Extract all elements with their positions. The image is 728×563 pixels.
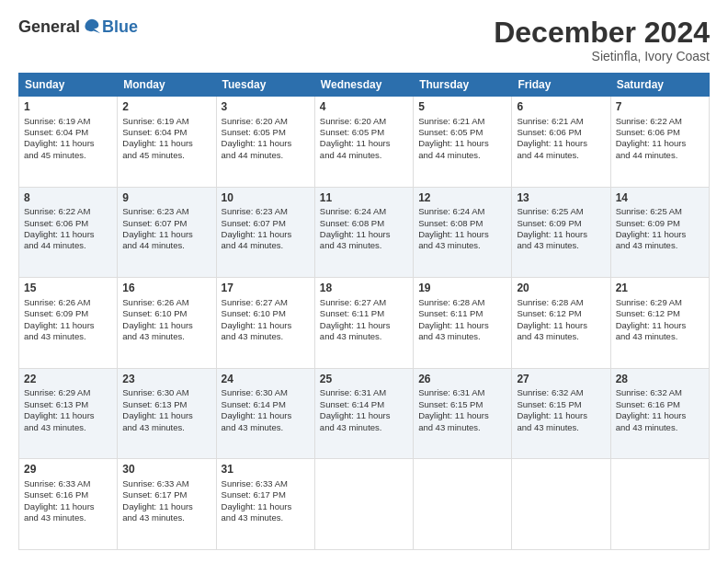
- calendar-cell: 2Sunrise: 6:19 AMSunset: 6:04 PMDaylight…: [118, 97, 216, 188]
- day-number: 31: [222, 463, 310, 477]
- day-info-line: and 43 minutes.: [418, 331, 506, 342]
- day-info-line: Sunrise: 6:24 AM: [320, 206, 408, 217]
- day-info-line: Daylight: 11 hours: [517, 320, 605, 331]
- day-info-line: Daylight: 11 hours: [517, 410, 605, 421]
- day-info-line: Sunrise: 6:23 AM: [222, 206, 310, 217]
- calendar-cell: 21Sunrise: 6:29 AMSunset: 6:12 PMDayligh…: [610, 278, 709, 369]
- day-info-line: Daylight: 11 hours: [418, 138, 506, 149]
- day-info-line: Sunset: 6:09 PM: [616, 218, 704, 229]
- calendar-cell: 22Sunrise: 6:29 AMSunset: 6:13 PMDayligh…: [19, 368, 118, 459]
- day-info-line: Daylight: 11 hours: [517, 229, 605, 240]
- day-info-line: Sunrise: 6:21 AM: [418, 116, 506, 127]
- day-info-line: Sunrise: 6:29 AM: [616, 297, 704, 308]
- day-info-line: Sunset: 6:16 PM: [616, 399, 704, 410]
- day-info-line: Daylight: 11 hours: [320, 320, 408, 331]
- day-number: 19: [418, 282, 506, 296]
- day-number: 21: [616, 282, 704, 296]
- calendar-cell: 13Sunrise: 6:25 AMSunset: 6:09 PMDayligh…: [512, 187, 610, 278]
- day-info-line: Sunset: 6:17 PM: [122, 489, 210, 500]
- day-info-line: Daylight: 11 hours: [222, 501, 310, 512]
- calendar-cell: 6Sunrise: 6:21 AMSunset: 6:06 PMDaylight…: [512, 97, 610, 188]
- day-info-line: Daylight: 11 hours: [418, 320, 506, 331]
- day-info-line: Sunset: 6:06 PM: [24, 218, 112, 229]
- day-number: 4: [320, 100, 408, 115]
- day-info-line: Daylight: 11 hours: [222, 410, 310, 421]
- day-number: 6: [517, 100, 605, 115]
- calendar-cell: 27Sunrise: 6:32 AMSunset: 6:15 PMDayligh…: [512, 368, 610, 459]
- day-info-line: Sunrise: 6:25 AM: [517, 206, 605, 217]
- day-info-line: Daylight: 11 hours: [616, 410, 704, 421]
- day-info-line: Sunrise: 6:27 AM: [320, 297, 408, 308]
- calendar-cell: 11Sunrise: 6:24 AMSunset: 6:08 PMDayligh…: [314, 187, 413, 278]
- day-info-line: and 44 minutes.: [122, 240, 210, 251]
- day-number: 5: [418, 100, 506, 115]
- day-info-line: Daylight: 11 hours: [24, 410, 112, 421]
- day-info-line: Sunrise: 6:31 AM: [320, 387, 408, 398]
- calendar-cell: 24Sunrise: 6:30 AMSunset: 6:14 PMDayligh…: [216, 368, 314, 459]
- day-info-line: and 44 minutes.: [517, 150, 605, 161]
- calendar-week-row: 15Sunrise: 6:26 AMSunset: 6:09 PMDayligh…: [19, 278, 710, 369]
- day-number: 26: [418, 373, 506, 387]
- day-info-line: Daylight: 11 hours: [418, 229, 506, 240]
- calendar-cell: 15Sunrise: 6:26 AMSunset: 6:09 PMDayligh…: [19, 278, 118, 369]
- day-info-line: Daylight: 11 hours: [222, 138, 310, 149]
- day-info-line: Sunset: 6:09 PM: [517, 218, 605, 229]
- day-info-line: Daylight: 11 hours: [320, 410, 408, 421]
- day-number: 2: [122, 100, 210, 115]
- calendar-cell: 7Sunrise: 6:22 AMSunset: 6:06 PMDaylight…: [610, 97, 709, 188]
- calendar-cell: [512, 459, 610, 550]
- day-info-line: and 44 minutes.: [222, 240, 310, 251]
- day-of-week-header: Friday: [512, 74, 610, 97]
- day-info-line: and 43 minutes.: [517, 240, 605, 251]
- day-number: 27: [517, 373, 605, 387]
- day-number: 13: [517, 191, 605, 206]
- day-info-line: Sunrise: 6:25 AM: [616, 206, 704, 217]
- day-info-line: Daylight: 11 hours: [320, 229, 408, 240]
- day-number: 17: [222, 282, 310, 296]
- day-info-line: Daylight: 11 hours: [122, 320, 210, 331]
- day-info-line: Sunrise: 6:23 AM: [122, 206, 210, 217]
- day-number: 7: [616, 100, 704, 115]
- day-number: 22: [24, 373, 112, 387]
- calendar-cell: 18Sunrise: 6:27 AMSunset: 6:11 PMDayligh…: [314, 278, 413, 369]
- day-info-line: Sunset: 6:05 PM: [320, 127, 408, 138]
- day-info-line: Daylight: 11 hours: [418, 410, 506, 421]
- day-number: 28: [616, 373, 704, 387]
- calendar-cell: [610, 459, 709, 550]
- day-number: 14: [616, 191, 704, 206]
- day-number: 23: [122, 373, 210, 387]
- day-info-line: and 43 minutes.: [122, 331, 210, 342]
- calendar-cell: 30Sunrise: 6:33 AMSunset: 6:17 PMDayligh…: [118, 459, 216, 550]
- day-info-line: Sunset: 6:07 PM: [122, 218, 210, 229]
- calendar-cell: 10Sunrise: 6:23 AMSunset: 6:07 PMDayligh…: [216, 187, 314, 278]
- day-info-line: and 43 minutes.: [320, 422, 408, 433]
- calendar-cell: 26Sunrise: 6:31 AMSunset: 6:15 PMDayligh…: [414, 368, 512, 459]
- calendar-cell: 29Sunrise: 6:33 AMSunset: 6:16 PMDayligh…: [19, 459, 118, 550]
- day-number: 20: [517, 282, 605, 296]
- day-info-line: Daylight: 11 hours: [320, 138, 408, 149]
- day-info-line: and 45 minutes.: [24, 150, 112, 161]
- day-of-week-header: Saturday: [610, 74, 709, 97]
- day-info-line: and 43 minutes.: [24, 331, 112, 342]
- day-info-line: and 44 minutes.: [616, 150, 704, 161]
- calendar-cell: 8Sunrise: 6:22 AMSunset: 6:06 PMDaylight…: [19, 187, 118, 278]
- day-info-line: and 45 minutes.: [122, 150, 210, 161]
- day-info-line: Sunset: 6:16 PM: [24, 489, 112, 500]
- day-info-line: Sunset: 6:12 PM: [616, 308, 704, 319]
- day-info-line: Daylight: 11 hours: [24, 501, 112, 512]
- day-info-line: Sunrise: 6:33 AM: [222, 478, 310, 489]
- day-info-line: and 43 minutes.: [24, 512, 112, 523]
- calendar-cell: 20Sunrise: 6:28 AMSunset: 6:12 PMDayligh…: [512, 278, 610, 369]
- calendar-cell: 28Sunrise: 6:32 AMSunset: 6:16 PMDayligh…: [610, 368, 709, 459]
- calendar-cell: 17Sunrise: 6:27 AMSunset: 6:10 PMDayligh…: [216, 278, 314, 369]
- day-info-line: Sunset: 6:09 PM: [24, 308, 112, 319]
- day-number: 24: [222, 373, 310, 387]
- day-info-line: and 43 minutes.: [418, 240, 506, 251]
- day-number: 1: [24, 100, 112, 115]
- day-info-line: Sunset: 6:04 PM: [24, 127, 112, 138]
- calendar-cell: 1Sunrise: 6:19 AMSunset: 6:04 PMDaylight…: [19, 97, 118, 188]
- day-info-line: Sunrise: 6:24 AM: [418, 206, 506, 217]
- day-of-week-header: Monday: [118, 74, 216, 97]
- calendar-week-row: 22Sunrise: 6:29 AMSunset: 6:13 PMDayligh…: [19, 368, 710, 459]
- calendar-table: SundayMondayTuesdayWednesdayThursdayFrid…: [18, 73, 710, 550]
